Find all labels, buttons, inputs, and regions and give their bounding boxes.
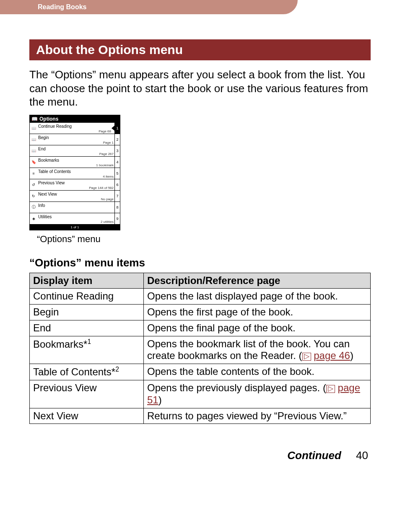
- device-menu-row: 📖EndPage 2673: [30, 145, 120, 157]
- col-description: Description/Reference page: [144, 273, 371, 289]
- table-heading: “Options” menu items: [29, 256, 371, 269]
- row-sublabel: 1 bookmark: [96, 163, 114, 167]
- row-sublabel: Page 144 of 582: [89, 186, 114, 190]
- row-label: Continue ReadingPage 68: [37, 123, 112, 134]
- cell-description: Opens the final page of the book.: [144, 320, 371, 336]
- row-label: Info: [37, 202, 114, 213]
- row-icon: ↻: [30, 191, 37, 201]
- device-footer: 1 of 1: [30, 225, 120, 230]
- cell-display-item: Begin: [30, 305, 144, 320]
- cell-description: Opens the last displayed page of the boo…: [144, 289, 371, 305]
- cell-display-item: End: [30, 320, 144, 336]
- cell-description: Returns to pages viewed by “Previous Vie…: [144, 408, 371, 424]
- cell-display-item: Bookmarks*1: [30, 336, 144, 364]
- device-menu-row: ≡Table of Contents4 items5: [30, 168, 120, 179]
- device-menu-row: ↺Previous ViewPage 144 of 5826: [30, 179, 120, 191]
- row-icon: 📖: [30, 123, 37, 134]
- row-icon: 🔖: [30, 157, 37, 168]
- table-row: Previous ViewOpens the previously displa…: [30, 380, 371, 408]
- table-row: Table of Contents*2Opens the table conte…: [30, 364, 371, 380]
- cell-description: Opens the bookmark list of the book. You…: [144, 336, 371, 364]
- row-sublabel: Page 267: [99, 152, 114, 156]
- row-icon: 📖: [30, 134, 37, 145]
- continued-label: Continued: [287, 449, 341, 462]
- page-reference-link[interactable]: page 46: [314, 350, 350, 361]
- row-label: BeginPage 1: [37, 134, 114, 145]
- device-menu-row: 🔖Bookmarks1 bookmark4: [30, 157, 120, 168]
- device-header: 📖 Options: [30, 115, 120, 123]
- row-number: 7: [114, 191, 120, 201]
- device-menu-row: ◈Utilities2 utilities9: [30, 213, 120, 225]
- cell-display-item: Previous View: [30, 380, 144, 408]
- cell-display-item: Table of Contents*2: [30, 364, 144, 380]
- row-number: 6: [114, 179, 120, 190]
- options-menu-items-table: Display item Description/Reference page …: [29, 273, 371, 424]
- page-footer: Continued 40: [0, 424, 400, 475]
- row-number: 8: [114, 202, 120, 213]
- row-label: Utilities2 utilities: [37, 213, 114, 224]
- device-menu-row: 📖BeginPage 12: [30, 134, 120, 145]
- row-label: Table of Contents4 items: [37, 168, 114, 179]
- device-title: Options: [39, 116, 58, 122]
- breadcrumb-bar: Reading Books: [0, 0, 298, 14]
- row-number: 3: [114, 145, 120, 156]
- table-row: Continue ReadingOpens the last displayed…: [30, 289, 371, 305]
- row-number: 9: [114, 213, 120, 224]
- section-title: About the Options menu: [29, 39, 371, 60]
- row-label: Bookmarks1 bookmark: [37, 157, 114, 168]
- screenshot-caption: “Options” menu: [37, 234, 371, 245]
- cell-description: Opens the first page of the book.: [144, 305, 371, 320]
- page-number: 40: [356, 449, 368, 462]
- col-display-item: Display item: [30, 273, 144, 289]
- row-label: EndPage 267: [37, 145, 114, 156]
- cell-display-item: Continue Reading: [30, 289, 144, 305]
- row-sublabel: Page 1: [103, 141, 114, 145]
- device-menu-row: 📖Continue ReadingPage 681: [30, 123, 120, 134]
- row-number: 1: [114, 123, 120, 134]
- row-icon: 📖: [30, 145, 37, 156]
- device-menu-row: ↻Next ViewNo page7: [30, 191, 120, 202]
- row-label: Next ViewNo page: [37, 191, 114, 201]
- section-intro: The “Options” menu appears after you sel…: [29, 68, 371, 109]
- book-icon: 📖: [31, 116, 38, 122]
- row-number: 5: [114, 168, 120, 179]
- page-ref-icon: ▷: [302, 353, 311, 361]
- table-row: BeginOpens the first page of the book.: [30, 305, 371, 320]
- cell-description: Opens the table contents of the book.: [144, 364, 371, 380]
- options-menu-screenshot: 📖 Options 📖Continue ReadingPage 681📖Begi…: [29, 115, 120, 230]
- row-icon: ≡: [30, 168, 37, 179]
- device-menu-row: ⓘInfo8: [30, 202, 120, 213]
- row-label: Previous ViewPage 144 of 582: [37, 179, 114, 190]
- row-number: 2: [114, 134, 120, 145]
- row-sublabel: 4 items: [103, 175, 114, 178]
- breadcrumb: Reading Books: [38, 3, 86, 10]
- active-arrow-icon: [112, 126, 114, 131]
- row-icon: ↺: [30, 179, 37, 190]
- row-number: 4: [114, 157, 120, 168]
- cell-description: Opens the previously displayed pages. (▷…: [144, 380, 371, 408]
- cell-display-item: Next View: [30, 408, 144, 424]
- row-sublabel: Page 68: [99, 129, 111, 133]
- table-row: Bookmarks*1Opens the bookmark list of th…: [30, 336, 371, 364]
- table-row: EndOpens the final page of the book.: [30, 320, 371, 336]
- row-sublabel: 2 utilities: [101, 220, 114, 224]
- table-row: Next ViewReturns to pages viewed by “Pre…: [30, 408, 371, 424]
- page-ref-icon: ▷: [326, 385, 335, 393]
- row-icon: ⓘ: [30, 202, 37, 213]
- row-icon: ◈: [30, 213, 37, 224]
- row-sublabel: No page: [101, 197, 114, 201]
